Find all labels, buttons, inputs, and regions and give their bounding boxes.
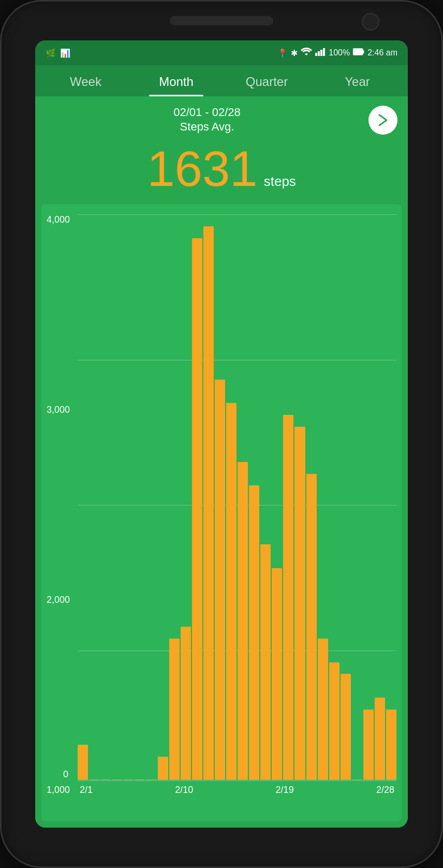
bar-day-5 [123, 779, 134, 780]
bar-day-23 [329, 662, 339, 780]
y-axis-labels: 4,000 3,000 2,000 1,000 [47, 214, 70, 795]
bar-day-6 [135, 779, 145, 780]
screen: 🌿 📊 📍 ✱ [35, 40, 408, 828]
content-area: 02/01 - 02/28 Steps Avg. 1631 steps [35, 96, 408, 828]
svg-rect-0 [315, 53, 317, 56]
bar-day-3 [100, 779, 111, 780]
phone-frame: 🌿 📊 📍 ✱ [0, 0, 443, 868]
bar-day-26 [363, 710, 374, 780]
y-label-1000: 1,000 [47, 785, 70, 795]
bar-day-21 [306, 474, 317, 780]
tab-year[interactable]: Year [312, 65, 403, 96]
tabs-bar: Week Month Quarter Year [35, 65, 408, 96]
bar-day-10 [181, 627, 191, 780]
signal-bars [315, 48, 326, 58]
bar-day-14 [226, 403, 237, 780]
wifi-icon [301, 48, 312, 58]
app-icon-2: 📊 [60, 48, 70, 58]
metric-label: Steps Avg. [180, 120, 234, 134]
status-bar: 🌿 📊 📍 ✱ [35, 40, 408, 65]
steps-number: 1631 [147, 144, 258, 194]
chart-container: 4,000 3,000 2,000 1,000 0 2 [41, 204, 402, 821]
x-label-2-19: 2/19 [276, 785, 294, 795]
bar-day-11 [192, 238, 202, 780]
x-label-2-1: 2/1 [80, 785, 93, 795]
bar-day-25 [352, 779, 362, 780]
date-info: 02/01 - 02/28 Steps Avg. [46, 106, 368, 134]
bar-day-22 [318, 639, 328, 780]
svg-rect-5 [363, 50, 364, 53]
steps-unit: steps [264, 173, 296, 190]
bluetooth-icon: ✱ [291, 48, 298, 58]
steps-value-row: 1631 steps [35, 139, 408, 204]
y-label-3000: 3,000 [47, 404, 70, 415]
bar-day-28 [386, 710, 396, 780]
location-icon: 📍 [277, 48, 288, 58]
chart-area: 4,000 3,000 2,000 1,000 0 2 [78, 214, 396, 795]
bars-area [78, 214, 396, 780]
x-axis-labels: 2/1 2/10 2/19 2/28 [78, 785, 396, 795]
svg-rect-4 [353, 49, 363, 55]
nav-next-button[interactable] [368, 106, 397, 135]
y-label-4000: 4,000 [47, 214, 70, 225]
tab-month[interactable]: Month [131, 65, 222, 96]
y-label-2000: 2,000 [47, 595, 70, 605]
svg-rect-1 [318, 51, 320, 56]
bar-day-9 [169, 639, 180, 780]
status-left: 🌿 📊 [46, 48, 70, 58]
date-range: 02/01 - 02/28 [173, 106, 241, 119]
battery-icon [353, 48, 364, 57]
bar-day-8 [158, 757, 168, 780]
bar-day-19 [283, 415, 293, 780]
bar-day-12 [203, 226, 214, 780]
bar-day-4 [112, 779, 122, 780]
date-header: 02/01 - 02/28 Steps Avg. [35, 96, 408, 139]
x-label-2-10: 2/10 [175, 785, 193, 795]
bar-day-18 [272, 568, 282, 780]
svg-rect-2 [320, 50, 322, 56]
x-axis-line [78, 780, 396, 781]
bar-day-27 [375, 698, 385, 780]
time: 2:46 am [367, 48, 397, 57]
y-label-0: 0 [63, 769, 68, 780]
bar-day-24 [341, 674, 351, 780]
bar-day-1 [78, 745, 88, 780]
svg-rect-3 [323, 48, 325, 56]
app-icon-1: 🌿 [46, 48, 56, 58]
bar-day-20 [294, 427, 305, 780]
bar-day-7 [146, 779, 156, 780]
tab-quarter[interactable]: Quarter [222, 65, 312, 96]
tab-week[interactable]: Week [40, 65, 131, 96]
bar-day-15 [238, 462, 248, 780]
status-right: 📍 ✱ 100% [277, 48, 397, 58]
bar-day-17 [260, 544, 271, 780]
bar-day-13 [215, 380, 225, 780]
bar-day-2 [89, 779, 99, 780]
bar-day-16 [249, 485, 259, 780]
battery-percent: 100% [329, 48, 350, 57]
x-label-2-28: 2/28 [376, 785, 394, 795]
